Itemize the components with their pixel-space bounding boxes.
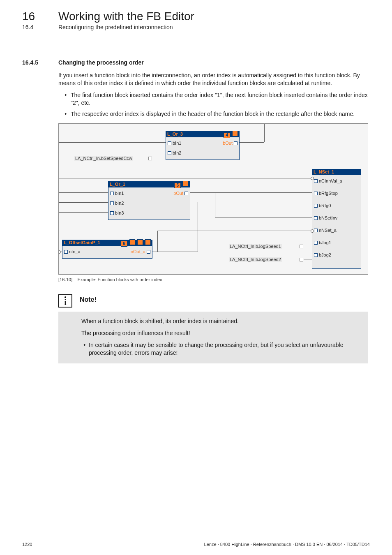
fb-name: L_Or_1 [110, 181, 125, 187]
fb-or3: L_Or_3 4 bIn1 bOut bIn2 [166, 131, 240, 160]
port-label: nOut_a [131, 249, 145, 254]
paragraph: If you insert a function block into the … [58, 72, 368, 87]
signal-pin [300, 258, 303, 261]
list-item: The respective order index is displayed … [70, 110, 368, 118]
caption-text: Example: Function blocks with order inde… [78, 277, 162, 282]
order-index-badge: 4 [224, 132, 230, 138]
figure: L_Or_3 4 bIn1 bOut bIn2 L [58, 123, 368, 275]
port-label: bOut [173, 191, 183, 196]
signal-pin [148, 157, 152, 160]
section-header: 16.4.5 Changing the processing order [22, 59, 370, 66]
note-box: When a function block is shifted, its or… [58, 312, 368, 363]
fb-offsetgain: L_OffsetGainP_1 6 nIn_a nOut_a [62, 240, 152, 259]
list-item: The first function block inserted contai… [70, 91, 368, 107]
port-label: nNSet_a [319, 228, 337, 233]
port-label: bIn3 [115, 210, 124, 215]
port-label: nIn_a [69, 249, 81, 254]
signal-label: LA_NCtrl_In.bSetSpeedCcw [74, 156, 133, 161]
port-label: bOut [223, 141, 233, 146]
figure-caption: [16-10] Example: Function blocks with or… [58, 277, 370, 282]
page-footer: 1220 Lenze · 8400 HighLine · Referenzhan… [22, 542, 370, 547]
subchapter-title: Reconfiguring the predefined interconnec… [58, 24, 173, 30]
list-item: In certain cases it may be sensible to c… [89, 341, 361, 357]
note-paragraph: The processing order influences the resu… [81, 329, 361, 337]
section-title: Changing the processing order [58, 59, 144, 66]
fb-name: L_NSet_1 [314, 169, 334, 175]
fb-icon [145, 239, 151, 245]
page-number: 1220 [22, 542, 32, 547]
port-label: bJog2 [319, 252, 331, 257]
signal-label: LA_NCtrl_In.bJogSpeed2 [229, 257, 282, 262]
footer-text: Lenze · 8400 HighLine · Referenzhandbuch… [204, 542, 370, 547]
bullet-list: The first function block inserted contai… [58, 91, 368, 118]
port-label: bNSetInv [319, 215, 337, 220]
fb-icon [232, 131, 238, 136]
caption-id: [16-10] [58, 277, 72, 282]
chapter-title: Working with the FB Editor [58, 10, 194, 23]
port-label: bRfgStop [319, 191, 338, 196]
port-label: bIn1 [115, 191, 124, 196]
port-label: bIn1 [173, 141, 181, 146]
note-header: i Note! [22, 294, 370, 308]
port-label: nCInhVal_a [319, 178, 342, 183]
signal-label: LA_NCtrl_In.bJogSpeed1 [229, 244, 282, 249]
fb-or1: L_Or_1 5 bIn1 bOut bIn2 bIn3 [108, 181, 190, 220]
body-column: If you insert a function block into the … [58, 72, 368, 275]
subchapter-header: 16.4 Reconfiguring the predefined interc… [22, 24, 370, 30]
fb-name: L_OffsetGainP_1 [64, 240, 100, 246]
note-title: Note! [80, 296, 97, 303]
fb-icon [129, 239, 135, 245]
fb-name: L_Or_3 [167, 131, 183, 137]
fb-icon [137, 239, 143, 245]
fb-nset: L_NSet_1 nCInhVal_a bRfgStop bRfg0 bNSet… [312, 169, 361, 267]
section-number: 16.4.5 [22, 59, 47, 66]
subchapter-number: 16.4 [22, 24, 47, 30]
order-index-badge: 6 [121, 241, 127, 247]
order-index-badge: 5 [174, 183, 181, 188]
signal-pin [300, 245, 303, 248]
note-list: In certain cases it may be sensible to c… [81, 341, 361, 357]
port-label: bIn2 [115, 201, 124, 206]
note-paragraph: When a function block is shifted, its or… [81, 317, 361, 325]
chapter-header: 16 Working with the FB Editor [22, 10, 370, 23]
info-icon: i [58, 294, 72, 308]
port-label: bIn2 [173, 150, 181, 155]
fb-icon [183, 181, 189, 187]
page: 16 Working with the FB Editor 16.4 Recon… [0, 0, 392, 555]
chapter-number: 16 [22, 10, 47, 23]
port-label: bRfg0 [319, 203, 331, 208]
divider-dashes: _ _ _ _ _ _ _ _ _ _ _ _ _ _ _ _ _ _ _ _ … [22, 41, 370, 48]
port-label: bJog1 [319, 240, 331, 245]
